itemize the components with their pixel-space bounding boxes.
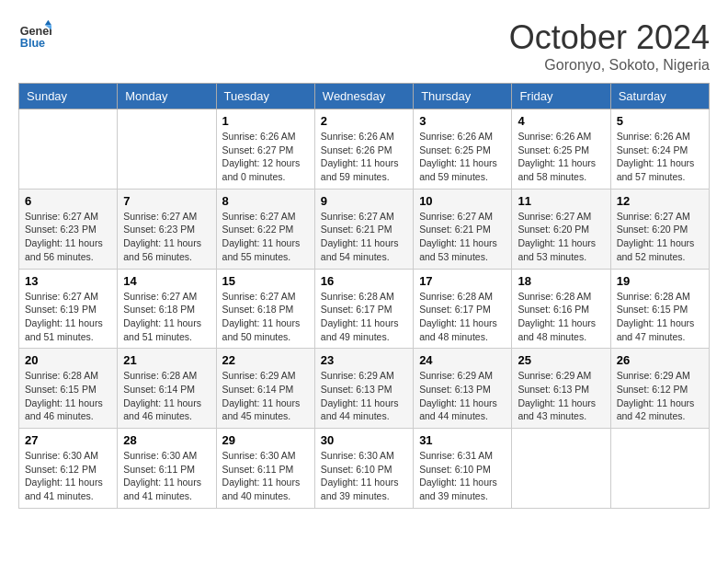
day-info: Sunrise: 6:27 AM Sunset: 6:23 PM Dayligh… bbox=[25, 210, 111, 264]
day-info: Sunrise: 6:26 AM Sunset: 6:24 PM Dayligh… bbox=[617, 130, 703, 184]
calendar-cell: 11Sunrise: 6:27 AM Sunset: 6:20 PM Dayli… bbox=[512, 189, 610, 269]
calendar-cell: 14Sunrise: 6:27 AM Sunset: 6:18 PM Dayli… bbox=[118, 269, 216, 349]
day-info: Sunrise: 6:27 AM Sunset: 6:21 PM Dayligh… bbox=[419, 210, 506, 264]
calendar-cell: 12Sunrise: 6:27 AM Sunset: 6:20 PM Dayli… bbox=[610, 189, 709, 269]
day-number: 14 bbox=[123, 274, 210, 288]
calendar-cell bbox=[19, 109, 118, 190]
day-info: Sunrise: 6:27 AM Sunset: 6:20 PM Dayligh… bbox=[617, 210, 703, 264]
day-info: Sunrise: 6:30 AM Sunset: 6:11 PM Dayligh… bbox=[123, 449, 210, 503]
day-number: 23 bbox=[321, 353, 407, 367]
day-number: 6 bbox=[25, 194, 111, 208]
day-info: Sunrise: 6:30 AM Sunset: 6:11 PM Dayligh… bbox=[222, 449, 309, 503]
day-number: 22 bbox=[222, 353, 309, 367]
calendar-cell: 7Sunrise: 6:27 AM Sunset: 6:23 PM Daylig… bbox=[118, 189, 216, 269]
day-number: 17 bbox=[419, 274, 506, 288]
logo-icon: General Blue bbox=[18, 18, 51, 52]
day-info: Sunrise: 6:26 AM Sunset: 6:26 PM Dayligh… bbox=[321, 130, 407, 184]
calendar-cell: 31Sunrise: 6:31 AM Sunset: 6:10 PM Dayli… bbox=[414, 429, 512, 509]
day-number: 31 bbox=[419, 433, 506, 447]
calendar-cell: 25Sunrise: 6:29 AM Sunset: 6:13 PM Dayli… bbox=[512, 349, 610, 429]
day-info: Sunrise: 6:30 AM Sunset: 6:10 PM Dayligh… bbox=[321, 449, 407, 503]
day-number: 8 bbox=[222, 194, 309, 208]
calendar-cell bbox=[512, 429, 610, 509]
day-number: 12 bbox=[617, 194, 703, 208]
day-info: Sunrise: 6:30 AM Sunset: 6:12 PM Dayligh… bbox=[25, 449, 111, 503]
weekday-header: Monday bbox=[118, 84, 216, 109]
day-number: 16 bbox=[321, 274, 407, 288]
calendar-cell: 24Sunrise: 6:29 AM Sunset: 6:13 PM Dayli… bbox=[414, 349, 512, 429]
calendar-cell: 20Sunrise: 6:28 AM Sunset: 6:15 PM Dayli… bbox=[19, 349, 118, 429]
calendar-cell: 17Sunrise: 6:28 AM Sunset: 6:17 PM Dayli… bbox=[414, 269, 512, 349]
day-number: 15 bbox=[222, 274, 309, 288]
day-number: 10 bbox=[419, 194, 506, 208]
calendar-cell: 29Sunrise: 6:30 AM Sunset: 6:11 PM Dayli… bbox=[216, 429, 314, 509]
calendar-week-row: 27Sunrise: 6:30 AM Sunset: 6:12 PM Dayli… bbox=[19, 429, 710, 509]
calendar-cell: 2Sunrise: 6:26 AM Sunset: 6:26 PM Daylig… bbox=[314, 109, 413, 190]
weekday-header: Saturday bbox=[610, 84, 709, 109]
day-info: Sunrise: 6:28 AM Sunset: 6:15 PM Dayligh… bbox=[25, 369, 111, 423]
day-number: 18 bbox=[518, 274, 604, 288]
day-number: 20 bbox=[25, 353, 111, 367]
day-info: Sunrise: 6:27 AM Sunset: 6:18 PM Dayligh… bbox=[123, 290, 210, 344]
day-info: Sunrise: 6:28 AM Sunset: 6:15 PM Dayligh… bbox=[617, 290, 703, 344]
location: Goronyo, Sokoto, Nigeria bbox=[509, 57, 710, 74]
day-number: 27 bbox=[25, 433, 111, 447]
day-number: 3 bbox=[419, 114, 506, 128]
calendar-cell: 27Sunrise: 6:30 AM Sunset: 6:12 PM Dayli… bbox=[19, 429, 118, 509]
day-number: 24 bbox=[419, 353, 506, 367]
calendar-cell: 18Sunrise: 6:28 AM Sunset: 6:16 PM Dayli… bbox=[512, 269, 610, 349]
day-info: Sunrise: 6:31 AM Sunset: 6:10 PM Dayligh… bbox=[419, 449, 506, 503]
day-info: Sunrise: 6:27 AM Sunset: 6:18 PM Dayligh… bbox=[222, 290, 309, 344]
calendar-cell: 15Sunrise: 6:27 AM Sunset: 6:18 PM Dayli… bbox=[216, 269, 314, 349]
day-number: 5 bbox=[617, 114, 703, 128]
day-number: 7 bbox=[123, 194, 210, 208]
day-info: Sunrise: 6:29 AM Sunset: 6:13 PM Dayligh… bbox=[518, 369, 604, 423]
month-title: October 2024 bbox=[509, 18, 710, 57]
title-block: October 2024 Goronyo, Sokoto, Nigeria bbox=[509, 18, 710, 74]
day-info: Sunrise: 6:29 AM Sunset: 6:13 PM Dayligh… bbox=[419, 369, 506, 423]
day-info: Sunrise: 6:29 AM Sunset: 6:14 PM Dayligh… bbox=[222, 369, 309, 423]
calendar-cell: 4Sunrise: 6:26 AM Sunset: 6:25 PM Daylig… bbox=[512, 109, 610, 190]
weekday-header-row: SundayMondayTuesdayWednesdayThursdayFrid… bbox=[19, 84, 710, 109]
day-info: Sunrise: 6:27 AM Sunset: 6:23 PM Dayligh… bbox=[123, 210, 210, 264]
day-number: 25 bbox=[518, 353, 604, 367]
calendar-cell: 16Sunrise: 6:28 AM Sunset: 6:17 PM Dayli… bbox=[314, 269, 413, 349]
day-info: Sunrise: 6:27 AM Sunset: 6:19 PM Dayligh… bbox=[25, 290, 111, 344]
svg-marker-2 bbox=[45, 20, 51, 25]
day-info: Sunrise: 6:26 AM Sunset: 6:25 PM Dayligh… bbox=[518, 130, 604, 184]
calendar-week-row: 20Sunrise: 6:28 AM Sunset: 6:15 PM Dayli… bbox=[19, 349, 710, 429]
day-info: Sunrise: 6:28 AM Sunset: 6:17 PM Dayligh… bbox=[419, 290, 506, 344]
calendar-cell: 6Sunrise: 6:27 AM Sunset: 6:23 PM Daylig… bbox=[19, 189, 118, 269]
calendar-cell: 13Sunrise: 6:27 AM Sunset: 6:19 PM Dayli… bbox=[19, 269, 118, 349]
calendar-cell: 23Sunrise: 6:29 AM Sunset: 6:13 PM Dayli… bbox=[314, 349, 413, 429]
weekday-header: Wednesday bbox=[314, 84, 413, 109]
day-info: Sunrise: 6:27 AM Sunset: 6:21 PM Dayligh… bbox=[321, 210, 407, 264]
calendar-week-row: 1Sunrise: 6:26 AM Sunset: 6:27 PM Daylig… bbox=[19, 109, 710, 190]
calendar-cell: 5Sunrise: 6:26 AM Sunset: 6:24 PM Daylig… bbox=[610, 109, 709, 190]
day-number: 26 bbox=[617, 353, 703, 367]
weekday-header: Sunday bbox=[19, 84, 118, 109]
day-number: 30 bbox=[321, 433, 407, 447]
calendar-cell bbox=[118, 109, 216, 190]
day-number: 13 bbox=[25, 274, 111, 288]
day-number: 4 bbox=[518, 114, 604, 128]
day-number: 28 bbox=[123, 433, 210, 447]
calendar-cell: 30Sunrise: 6:30 AM Sunset: 6:10 PM Dayli… bbox=[314, 429, 413, 509]
calendar-cell: 1Sunrise: 6:26 AM Sunset: 6:27 PM Daylig… bbox=[216, 109, 314, 190]
day-number: 19 bbox=[617, 274, 703, 288]
weekday-header: Friday bbox=[512, 84, 610, 109]
day-number: 2 bbox=[321, 114, 407, 128]
day-info: Sunrise: 6:29 AM Sunset: 6:12 PM Dayligh… bbox=[617, 369, 703, 423]
svg-text:Blue: Blue bbox=[20, 37, 45, 50]
calendar-cell: 8Sunrise: 6:27 AM Sunset: 6:22 PM Daylig… bbox=[216, 189, 314, 269]
calendar-cell: 19Sunrise: 6:28 AM Sunset: 6:15 PM Dayli… bbox=[610, 269, 709, 349]
day-info: Sunrise: 6:28 AM Sunset: 6:14 PM Dayligh… bbox=[123, 369, 210, 423]
calendar-cell: 22Sunrise: 6:29 AM Sunset: 6:14 PM Dayli… bbox=[216, 349, 314, 429]
calendar-cell: 21Sunrise: 6:28 AM Sunset: 6:14 PM Dayli… bbox=[118, 349, 216, 429]
calendar-week-row: 13Sunrise: 6:27 AM Sunset: 6:19 PM Dayli… bbox=[19, 269, 710, 349]
day-number: 21 bbox=[123, 353, 210, 367]
day-number: 11 bbox=[518, 194, 604, 208]
calendar-cell: 9Sunrise: 6:27 AM Sunset: 6:21 PM Daylig… bbox=[314, 189, 413, 269]
day-info: Sunrise: 6:28 AM Sunset: 6:16 PM Dayligh… bbox=[518, 290, 604, 344]
weekday-header: Tuesday bbox=[216, 84, 314, 109]
